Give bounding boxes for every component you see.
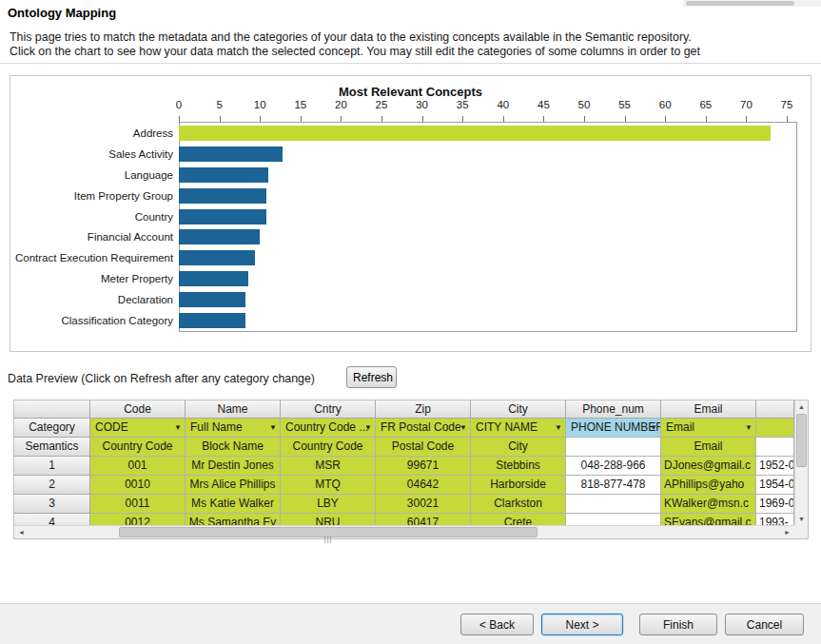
- cell-text: Code: [124, 402, 151, 416]
- column-header: Code: [90, 400, 186, 419]
- chart-bar[interactable]: [179, 209, 266, 224]
- cell-text: Mr Destin Jones: [191, 459, 274, 472]
- chart-bar[interactable]: [179, 250, 255, 265]
- chart-x-axis: 051015202530354045505560657075: [179, 97, 797, 122]
- vertical-scrollbar-thumb[interactable]: [796, 414, 807, 467]
- cell-text: APhillips@yaho: [664, 478, 744, 491]
- cell-text: Country Code: [102, 439, 172, 453]
- data-cell: 0011: [90, 495, 186, 514]
- next-button[interactable]: Next >: [541, 614, 623, 635]
- chart-bar[interactable]: [179, 188, 266, 204]
- category-dropdown[interactable]: CITY NAME▼: [471, 419, 566, 438]
- table-row: CodeNameCntryZipCityPhone_numEmail: [14, 400, 794, 419]
- category-dropdown[interactable]: Country Code ...▼: [281, 419, 376, 438]
- cell-text: Ms Samantha Ev: [189, 516, 276, 525]
- page-description-line1: This page tries to match the metadata an…: [10, 30, 692, 44]
- x-tick-label: 70: [740, 99, 753, 110]
- chart-bar[interactable]: [179, 292, 245, 307]
- category-dropdown[interactable]: Email▼: [661, 419, 756, 438]
- horizontal-scrollbar-thumb[interactable]: |||: [119, 527, 538, 537]
- scroll-right-icon[interactable]: ►: [780, 526, 794, 538]
- dropdown-arrow-icon: ▼: [364, 419, 372, 438]
- table-viewport: CodeNameCntryZipCityPhone_numEmailCatego…: [14, 400, 794, 525]
- cell-text: CITY NAME: [476, 420, 538, 434]
- category-dropdown[interactable]: [756, 419, 794, 438]
- cell-text: Email: [694, 402, 722, 416]
- chart-bar[interactable]: [179, 146, 283, 162]
- category-dropdown[interactable]: CODE▼: [90, 419, 186, 438]
- category-dropdown[interactable]: Full Name▼: [186, 419, 281, 438]
- cell-text: 048-288-966: [580, 459, 645, 472]
- cell-text: Clarkston: [494, 497, 542, 510]
- refresh-button[interactable]: Refresh: [346, 366, 397, 388]
- data-cell: [566, 495, 661, 514]
- chart-bar[interactable]: [179, 229, 260, 244]
- data-preview-label: Data Preview (Click on Refresh after any…: [8, 372, 315, 385]
- scrollbar-corner: [794, 525, 808, 538]
- column-header: Email: [661, 400, 756, 419]
- chart-category-label: Meter Property: [15, 273, 179, 284]
- data-cell: Stebbins: [471, 457, 566, 476]
- cell-text: 2: [49, 478, 55, 491]
- cancel-button[interactable]: Cancel: [725, 614, 804, 635]
- semantics-cell: City: [471, 438, 566, 457]
- chart-bar[interactable]: [179, 126, 771, 141]
- x-tick-label: 40: [497, 99, 509, 110]
- category-dropdown[interactable]: FR Postal Code▼: [376, 419, 471, 438]
- dropdown-arrow-icon: ▼: [650, 419, 657, 438]
- cell-text: 30021: [407, 497, 439, 510]
- x-tick-label: 25: [376, 99, 388, 110]
- top-horizontal-scrollbar[interactable]: [683, 0, 821, 7]
- scroll-left-icon[interactable]: ◄: [14, 526, 29, 538]
- cell-text: Category: [29, 420, 75, 434]
- cell-text: Stebbins: [496, 459, 540, 472]
- chart-bar[interactable]: [179, 271, 248, 286]
- cell-text: Harborside: [490, 478, 546, 491]
- semantics-cell: Country Code: [281, 438, 376, 457]
- table-row: 30011Ms Katie WalkerLBY30021ClarkstonKWa…: [14, 495, 794, 514]
- data-cell: MTQ: [281, 476, 376, 495]
- data-cell: MSR: [281, 457, 376, 476]
- semantics-cell: [756, 438, 794, 457]
- data-cell: Clarkston: [471, 495, 566, 514]
- chart-bar[interactable]: [179, 167, 268, 183]
- data-cell: 04642: [376, 476, 471, 495]
- x-tick-label: 20: [335, 99, 347, 110]
- data-cell: 1993-: [756, 514, 794, 525]
- x-tick-label: 55: [618, 99, 631, 110]
- finish-button[interactable]: Finish: [639, 614, 717, 635]
- x-tick-label: 10: [254, 99, 266, 110]
- semantics-cell: Email: [661, 438, 756, 457]
- ontology-mapping-wizard: Ontology Mapping This page tries to matc…: [0, 0, 821, 644]
- chart-category-label: Country: [15, 211, 179, 223]
- cell-text: 99671: [407, 459, 439, 472]
- chart-row: Sales Activity: [15, 146, 796, 162]
- chart-bar[interactable]: [179, 313, 245, 328]
- x-tick-label: 60: [659, 99, 672, 110]
- cell-text: CODE: [95, 420, 128, 434]
- scroll-up-icon[interactable]: ▲: [795, 400, 808, 413]
- table-row: 40012Ms Samantha EvNRU60417CreteSEvans@g…: [14, 514, 794, 525]
- table-horizontal-scrollbar[interactable]: ◄ ||| ►: [14, 525, 794, 538]
- cell-text: Country Code: [292, 439, 362, 453]
- x-tick-label: 30: [416, 99, 428, 110]
- data-cell: Harborside: [471, 476, 566, 495]
- scrollbar-grip-icon: |||: [323, 535, 332, 543]
- x-tick-label: 50: [578, 99, 591, 110]
- table-row: 20010Mrs Alice PhillipsMTQ04642Harborsid…: [14, 476, 794, 495]
- data-cell: 30021: [376, 495, 471, 514]
- category-dropdown[interactable]: PHONE NUMBER▼: [566, 419, 661, 438]
- data-cell: SEvans@gmail.c: [661, 514, 756, 525]
- semantics-cell: Block Name: [186, 438, 281, 457]
- cell-text: Name: [217, 402, 247, 416]
- top-scrollbar-thumb[interactable]: [686, 1, 794, 6]
- back-button[interactable]: < Back: [460, 614, 534, 635]
- scroll-down-icon[interactable]: ▼: [795, 513, 808, 525]
- table-vertical-scrollbar[interactable]: ▲ ▼: [794, 400, 808, 525]
- dropdown-arrow-icon: ▼: [745, 419, 753, 438]
- data-cell: 1954-0: [756, 476, 794, 495]
- column-header: Name: [186, 400, 281, 419]
- chart-category-label: Classification Category: [15, 315, 179, 326]
- cell-text: 1993-: [759, 516, 789, 525]
- concepts-chart-panel[interactable]: Most Relevant Concepts 05101520253035404…: [10, 75, 811, 352]
